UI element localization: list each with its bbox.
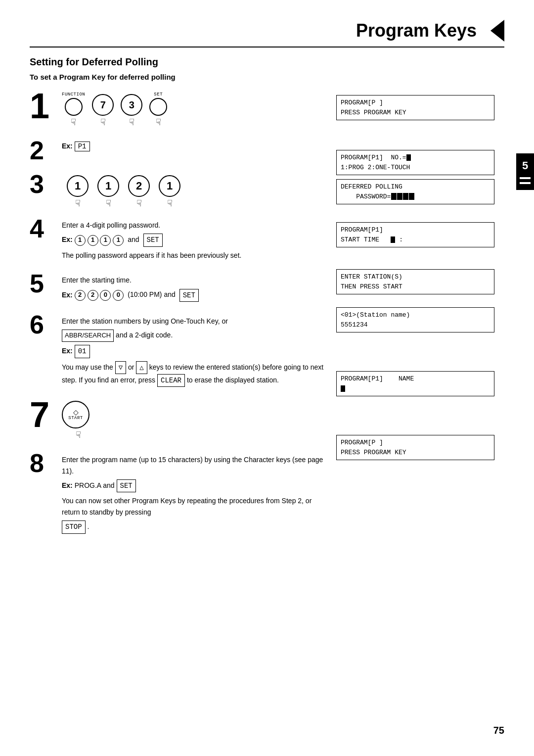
step-8-ex: Ex: PROG.A and SET [62, 479, 326, 492]
lcd-panel-7: PROGRAM[P1] NAME [336, 371, 494, 396]
key-3-icon: 3 ☟ [121, 94, 142, 128]
lcd-panel-8: PROGRAM[P ] PRESS PROGRAM KEY [336, 435, 494, 460]
set-key-circle [149, 98, 167, 116]
step-2-ex-label: Ex: [62, 142, 75, 150]
subsection-subtitle: To set a Program Key for deferred pollin… [30, 73, 504, 81]
lcd-panel-3: DEFERRED POLLING PASSWORD= [336, 179, 494, 204]
step-8-stop: STOP . [62, 520, 326, 533]
side-tab-number: 5 [522, 159, 528, 172]
lcd-panel-2: PROGRAM[P1] NO.= 1:PROG 2:ONE-TOUCH [336, 150, 494, 175]
step-3-row: 3 1 ☟ 1 ☟ 2 ☟ [30, 173, 326, 209]
step-1-row: 1 FUNCTION ☟ 7 ☟ [30, 90, 326, 131]
step-4-set-box: SET [143, 234, 163, 246]
lcd1-line2: PRESS PROGRAM KEY [341, 108, 490, 118]
pw4 [409, 193, 414, 200]
abbr-search-box: ABBR/SEARCH [62, 330, 114, 342]
circled-0b: 0 [113, 290, 124, 301]
num-key-1a-icon: 1 ☟ [67, 175, 89, 209]
circled-2a: 2 [75, 290, 86, 301]
page-number: 75 [493, 725, 504, 736]
clear-box: CLEAR [157, 374, 185, 387]
lcd3-line2: PASSWORD= [341, 192, 490, 202]
num-key-2-circle: 2 [128, 175, 150, 197]
pw2 [397, 193, 402, 200]
key-7-hand: ☟ [100, 117, 106, 128]
header-rule [30, 47, 504, 47]
step-4-subtext: The polling password appears if it has b… [62, 250, 326, 261]
step-6-row: 6 Enter the station numbers by using One… [30, 314, 326, 390]
lcd5-line1: ENTER STATION(S) [341, 272, 490, 282]
section-title: Setting for Deferred Polling [30, 56, 504, 68]
num-key-1b-circle: 1 [97, 175, 119, 197]
circled-1b: 1 [88, 235, 98, 246]
step-5-row: 5 Enter the starting time. Ex: 2 2 0 0 (… [30, 273, 326, 305]
cursor-block-2 [406, 154, 411, 161]
step-4-text: Enter a 4-digit polling password. [62, 220, 326, 231]
step-1-number: 1 [30, 88, 57, 124]
page-wrapper: Program Keys Setting for Deferred Pollin… [0, 0, 534, 756]
lcd6-line2: 5551234 [341, 320, 490, 330]
lcd2-line2: 1:PROG 2:ONE-TOUCH [341, 163, 490, 173]
circled-1d: 1 [113, 235, 124, 246]
circled-1a: 1 [75, 235, 86, 246]
circled-2b: 2 [88, 290, 98, 301]
step-6-text1: Enter the station numbers by using One-T… [62, 316, 326, 327]
step-5-set-box: SET [179, 289, 199, 302]
step-7-number: 7 [30, 397, 57, 432]
num-key-2-hand: ☟ [136, 198, 142, 209]
num-key-1c-hand: ☟ [167, 198, 173, 209]
lcd6-line1: <01>(Station name) [341, 310, 490, 320]
pw3 [403, 193, 408, 200]
step-2-row: 2 Ex: P1 [30, 140, 326, 164]
function-key-icon: FUNCTION ☟ [62, 92, 85, 128]
start-label: START [68, 416, 83, 421]
step-4-row: 4 Enter a 4-digit polling password. Ex: … [30, 218, 326, 264]
start-diamond-icon: ◇ [73, 409, 79, 416]
lcd-panel-5: ENTER STATION(S) THEN PRESS START [336, 269, 494, 294]
lcd7-line1: PROGRAM[P1] NAME [341, 374, 490, 384]
step-2-content: Ex: P1 [62, 140, 326, 151]
lcd2-line1: PROGRAM[P1] NO.= [341, 153, 490, 163]
page-header: Program Keys [30, 20, 504, 42]
lcd8-line2: PRESS PROGRAM KEY [341, 448, 490, 458]
step-5-number: 5 [30, 271, 57, 296]
step-3-number: 3 [30, 171, 57, 197]
circled-0a: 0 [100, 290, 111, 301]
side-tab-line-2 [520, 182, 531, 184]
num-key-1b-hand: ☟ [106, 198, 111, 209]
step-3-content: 1 ☟ 1 ☟ 2 ☟ 1 ☟ [62, 173, 326, 209]
key-7-circle: 7 [92, 94, 114, 116]
left-column: 1 FUNCTION ☟ 7 ☟ [30, 90, 336, 546]
lcd-panel-1: PROGRAM[P ] PRESS PROGRAM KEY [336, 95, 494, 120]
stop-box: STOP [62, 520, 86, 533]
content-area: 1 FUNCTION ☟ 7 ☟ [30, 90, 504, 546]
down-key-box: ▽ [115, 361, 126, 374]
step-6-ex-value: 01 [75, 345, 90, 358]
step-7-keys: ◇ START ☟ [62, 401, 326, 440]
step-6-number: 6 [30, 312, 57, 337]
step-6-ex: Ex: 01 [62, 345, 326, 358]
step-8-content: Enter the program name (up to 15 charact… [62, 452, 326, 536]
step-1-keys: FUNCTION ☟ 7 ☟ 3 ☟ [62, 92, 326, 128]
lcd7-line2 [341, 384, 490, 394]
step-4-content: Enter a 4-digit polling password. Ex: 1 … [62, 218, 326, 264]
cursor-block-4 [391, 236, 395, 243]
lcd8-line1: PROGRAM[P ] [341, 438, 490, 448]
num-key-1c-icon: 1 ☟ [159, 175, 180, 209]
step-6-content: Enter the station numbers by using One-T… [62, 314, 326, 390]
num-key-1a-hand: ☟ [75, 198, 81, 209]
num-key-1a-circle: 1 [67, 175, 89, 197]
lcd1-line1: PROGRAM[P ] [341, 98, 490, 108]
page-title: Program Keys [356, 20, 477, 41]
function-key-label: FUNCTION [62, 92, 85, 97]
step-5-content: Enter the starting time. Ex: 2 2 0 0 (10… [62, 273, 326, 305]
lcd5-line2: THEN PRESS START [341, 282, 490, 292]
start-button: ◇ START [62, 401, 89, 428]
num-key-1b-icon: 1 ☟ [97, 175, 119, 209]
side-tab-line-1 [520, 177, 531, 179]
key-3-hand: ☟ [129, 117, 134, 128]
start-key-icon: ◇ START ☟ [62, 401, 94, 440]
step-6-subtext: You may use the ▽ or △ keys to review th… [62, 361, 326, 387]
lcd4-line2: START TIME : [341, 235, 490, 245]
step-8-row: 8 Enter the program name (up to 15 chara… [30, 452, 326, 536]
